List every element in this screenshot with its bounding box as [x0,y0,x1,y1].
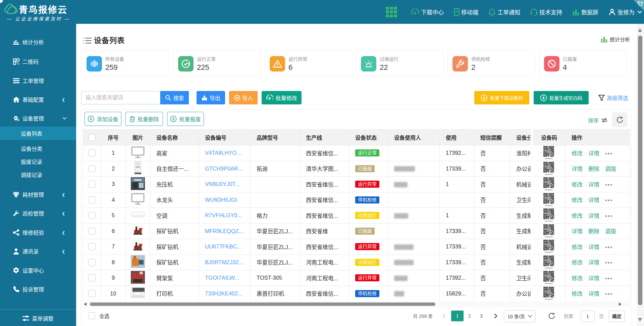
svg-text:废: 废 [172,117,175,121]
